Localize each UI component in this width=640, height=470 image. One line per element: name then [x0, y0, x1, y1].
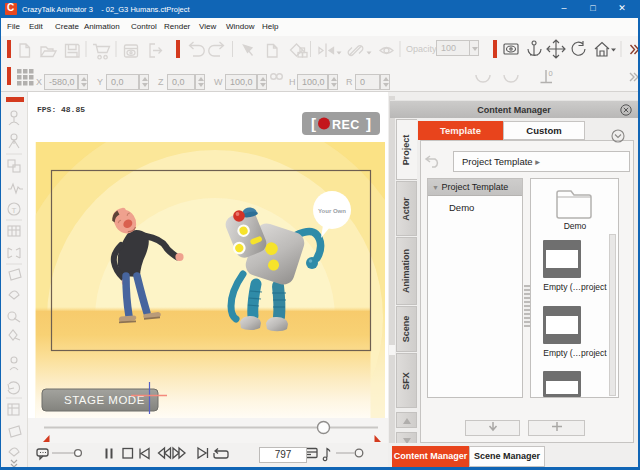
svg-text:REC: REC [332, 118, 360, 132]
svg-text:[: [ [311, 115, 316, 132]
svg-text:FPS: 48.85: FPS: 48.85 [37, 105, 85, 114]
svg-text:]: ] [366, 115, 371, 132]
svg-text:T: T [12, 206, 17, 215]
svg-text:0: 0 [549, 69, 553, 78]
svg-text:Your Own: Your Own [318, 208, 346, 214]
